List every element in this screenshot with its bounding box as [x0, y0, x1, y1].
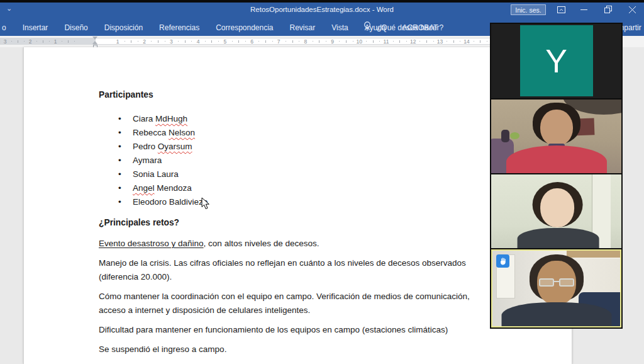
bullet-glyph: •: [118, 181, 121, 195]
screen-top-strip: [0, 0, 644, 3]
list-item: •Ciara MdHugh: [99, 112, 533, 126]
para-suspension: Se suspendió el ingreso a campo.: [99, 343, 533, 356]
video-tile-camera-2[interactable]: [491, 174, 621, 248]
list-item: •Aymara: [99, 154, 533, 168]
sign-in-button[interactable]: Inic. ses.: [511, 4, 546, 15]
paragraph-line: Se suspendió el ingreso a campo.: [99, 343, 533, 356]
text-run: Eleodoro Baldiviezo: [133, 197, 208, 207]
bullet-glyph: •: [118, 168, 121, 181]
list-item: •Angel Mendoza: [99, 181, 533, 195]
participant-initial-box: Y: [520, 25, 593, 96]
paragraph-line: Cómo mantener la coordinación con el equ…: [99, 290, 533, 304]
paragraph-line: Evento desastroso y dañino, con altos ni…: [99, 237, 533, 251]
list-item: •Sonia Laura: [99, 168, 533, 181]
misspelled-word: MdHugh: [155, 114, 187, 123]
bullet-glyph: •: [118, 195, 121, 209]
tab-disposición[interactable]: Disposición: [104, 23, 143, 32]
video-tile-initial[interactable]: Y: [491, 24, 621, 98]
ruler-number: 8: [304, 38, 308, 45]
bullet-glyph: •: [118, 112, 121, 126]
para-manejo: Manejo de la crisis. Las cifras oficiale…: [99, 256, 533, 284]
tab-insertar[interactable]: Insertar: [23, 23, 48, 32]
bullet-glyph: •: [118, 140, 121, 154]
text-run: (diferencia 20.000).: [99, 272, 172, 282]
video-tile-camera-1[interactable]: [491, 100, 621, 173]
tab-diseño[interactable]: Diseño: [64, 23, 87, 32]
bullet-glyph: •: [118, 126, 121, 140]
ruler-number: 6: [250, 38, 253, 45]
paragraph-line: (diferencia 20.000).: [99, 270, 533, 284]
ruler-number: 13: [437, 38, 443, 45]
first-line-indent-marker[interactable]: [92, 37, 97, 40]
hanging-indent-marker[interactable]: [92, 41, 97, 44]
ruler-number: 14: [464, 38, 469, 45]
ruler-number: 12: [410, 38, 416, 45]
ruler-number: 2: [143, 38, 146, 45]
text-run: Ciara: [133, 114, 155, 123]
text-run: Sonia Laura: [133, 169, 179, 179]
challenges-heading: ¿Principales retos?: [99, 216, 533, 230]
tell-me-label: ¿Qué desea hacer?: [377, 23, 443, 32]
participants-list: •Ciara MdHugh•Rebecca Nelson•Pedro Oyars…: [99, 112, 533, 209]
paragraph-line: Manejo de la crisis. Las cifras oficiale…: [99, 256, 533, 270]
text-run: Aymara: [133, 156, 162, 165]
minimize-icon[interactable]: [574, 3, 593, 16]
paragraph-line: acceso a internet y disposición de celul…: [99, 304, 533, 317]
text-run: Manejo de la crisis. Las cifras oficiale…: [99, 258, 466, 268]
ruler-number: 1: [116, 38, 119, 45]
raised-hand-icon: [496, 254, 509, 268]
text-run: Dificultad para mantener en funcionamien…: [99, 325, 448, 334]
ruler-margin-zone: [1, 38, 96, 44]
lightbulb-icon: [364, 21, 371, 33]
text-run: Cómo mantener la coordinación con el equ…: [99, 292, 470, 301]
glasses: [539, 278, 574, 287]
participant-initial: Y: [545, 45, 567, 77]
ruler-number: 3: [4, 38, 7, 45]
video-tile-camera-3-active-speaker[interactable]: [491, 249, 621, 327]
para-coordinacion: Cómo mantener la coordinación con el equ…: [99, 290, 533, 317]
title-bar: ⌄ RetosOportunidadesEstrategias.docx - W…: [0, 0, 644, 19]
participants-heading: Participantes: [99, 89, 533, 101]
ruler-number: 1: [54, 38, 57, 45]
ruler-number: 5: [223, 38, 226, 45]
text-run: Pedro: [133, 142, 158, 151]
list-item: •Eleodoro Baldiviezo: [99, 195, 533, 209]
text-run: Se suspendió el ingreso a campo.: [99, 344, 226, 354]
ruler-number: 9: [331, 38, 334, 45]
bullet-glyph: •: [118, 154, 121, 168]
tab-vista[interactable]: Vista: [331, 23, 348, 32]
ruler-band: 321123456789101112131415: [0, 38, 572, 45]
ruler-number: 2: [29, 38, 32, 45]
text-run: Rebecca: [133, 128, 169, 137]
tell-me-search[interactable]: ¿Qué desea hacer?: [364, 19, 443, 36]
text-run: acceso a internet y disposición de celul…: [99, 305, 310, 315]
misspelled-word: Nelson: [169, 128, 195, 137]
misspelled-word: Oyarsum: [158, 142, 192, 151]
ruler-number: 4: [197, 38, 200, 45]
underlined-text: Evento desastroso y dañino: [99, 239, 204, 248]
mouse-cursor-icon: [201, 197, 210, 212]
word-window: ⌄ RetosOportunidadesEstrategias.docx - W…: [0, 0, 644, 364]
para-evento: Evento desastroso y dañino, con altos ni…: [99, 237, 533, 251]
text-run: Mendoza: [155, 183, 192, 193]
ruler-number: 3: [170, 38, 173, 45]
close-icon[interactable]: [623, 3, 641, 16]
tab-revisar[interactable]: Revisar: [290, 23, 316, 32]
tab-o[interactable]: o: [2, 23, 6, 32]
ruler-number: 7: [277, 38, 280, 45]
list-item: •Rebecca Nelson: [99, 126, 533, 140]
restore-icon[interactable]: [599, 3, 618, 16]
ribbon-display-options-icon[interactable]: [552, 3, 570, 16]
tab-correspondencia[interactable]: Correspondencia: [216, 23, 273, 32]
window-title: RetosOportunidadesEstrategias.docx - Wor…: [0, 6, 644, 13]
list-item: •Pedro Oyarsum: [99, 140, 533, 154]
video-call-panel: Y: [490, 23, 623, 329]
misspelled-word: Angel: [133, 183, 155, 193]
ruler-number: 10: [357, 38, 362, 45]
paragraph-line: Dificultad para mantener en funcionamien…: [99, 323, 533, 337]
ruler-number: 11: [384, 38, 389, 45]
tab-referencias[interactable]: Referencias: [159, 23, 199, 32]
para-dificultad: Dificultad para mantener en funcionamien…: [99, 323, 533, 337]
document-content: Participantes•Ciara MdHugh•Rebecca Nelso…: [99, 89, 533, 362]
text-run: , con altos niveles de decesos.: [204, 239, 319, 248]
